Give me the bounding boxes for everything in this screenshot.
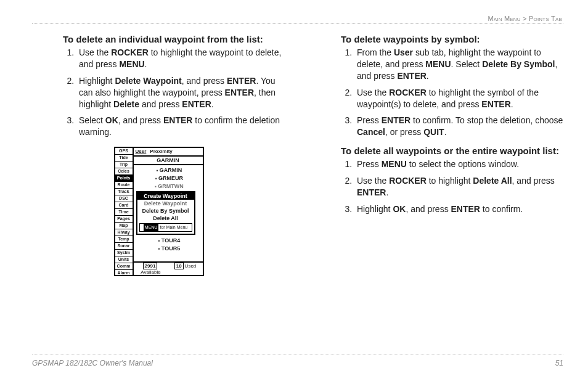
gps-sidebar-item: Systm [115, 250, 133, 256]
gps-sidebar-item: GPS [115, 148, 133, 155]
gps-sidebar-item: Card [115, 202, 133, 209]
breadcrumb: Main Menu > Points Tab [32, 15, 562, 22]
page-number: 51 [555, 359, 563, 367]
content-columns: To delete an individual waypoint from th… [32, 30, 563, 279]
gps-screenshot-graphic: GPSTideTripCelesPointsRouteTrackDSCCardT… [32, 147, 285, 279]
gps-sidebar-item: Tide [115, 155, 133, 162]
gps-sidebar-item: Hiway [115, 229, 133, 236]
gps-sidebar-item: Sonar [115, 243, 133, 250]
gps-sidebar-item: Track [115, 189, 133, 195]
popup-delete-by-symbol: Delete By Symbol [142, 208, 189, 214]
step: Press MENU to select the options window. [354, 158, 563, 170]
gps-waypoint-item: GRMTWN [136, 182, 203, 190]
gps-sidebar-item: Time [115, 209, 133, 216]
popup-delete-all: Delete All [153, 215, 178, 221]
gps-search-value: GARMIN [134, 157, 203, 165]
gps-tabs: User Proximity [134, 148, 203, 157]
breadcrumb-child: Points Tab [529, 15, 562, 22]
gps-sidebar-item: Alarm [115, 270, 133, 276]
section-heading-delete-individual: To delete an individual waypoint from th… [63, 34, 285, 44]
gps-status-bar: 2991Available 10Used [134, 261, 203, 275]
popup-create-waypoint: Create Waypoint [137, 192, 194, 200]
gps-sidebar-item: DSC [115, 195, 133, 202]
popup-delete-waypoint: Delete Waypoint [144, 200, 187, 207]
gps-tab-proximity: Proximity [148, 148, 174, 155]
section-heading-delete-by-symbol: To delete waypoints by symbol: [341, 34, 563, 44]
gps-sidebar-item: Pages [115, 216, 133, 223]
breadcrumb-sep: > [523, 15, 527, 22]
step: Highlight Delete Waypoint, and press ENT… [76, 75, 285, 110]
gps-tab-user: User [134, 148, 149, 155]
gps-sidebar-item: Comm [115, 263, 133, 270]
step: Use the ROCKER to highlight the symbol o… [354, 87, 563, 110]
gps-waypoint-list-top: GARMINGRMEURGRMTWN [134, 165, 203, 190]
popup-hint: MENUfor Main Menu [139, 223, 192, 232]
step: Use the ROCKER to highlight the waypoint… [76, 47, 285, 70]
gps-screen: GPSTideTripCelesPointsRouteTrackDSCCardT… [114, 147, 204, 276]
gps-waypoint-item: TOUR4 [136, 237, 203, 245]
step: Highlight OK, and press ENTER to confirm… [354, 203, 563, 215]
header-divider [32, 23, 563, 24]
step: Select OK, and press ENTER to confirm th… [76, 115, 285, 138]
gps-waypoint-item: GARMIN [136, 166, 203, 174]
section-heading-delete-all: To delete all waypoints or the entire wa… [341, 145, 563, 156]
gps-sidebar-item: Route [115, 182, 133, 189]
gps-sidebar-item: Temp [115, 236, 133, 243]
gps-waypoint-item: GRMEUR [136, 174, 203, 182]
steps-delete-individual: Use the ROCKER to highlight the waypoint… [63, 47, 285, 138]
gps-sidebar-item: Trip [115, 162, 133, 168]
steps-delete-by-symbol: From the User sub tab, highlight the way… [341, 47, 563, 138]
gps-sidebar-item: Points [115, 175, 133, 182]
gps-waypoint-item: TOUR5 [136, 245, 203, 253]
step: From the User sub tab, highlight the way… [354, 47, 563, 82]
gps-sidebar-item: Celes [115, 168, 133, 175]
footer-title: GPSMAP 182/182C Owner's Manual [32, 359, 153, 367]
manual-page: Main Menu > Points Tab To delete an indi… [0, 0, 588, 381]
step: Press ENTER to confirm. To stop the dele… [354, 115, 563, 138]
gps-sidebar-item: Map [115, 223, 133, 229]
left-column: To delete an individual waypoint from th… [32, 30, 285, 279]
steps-delete-all: Press MENU to select the options window.… [341, 158, 563, 215]
gps-sidebar-item: Units [115, 256, 133, 263]
gps-sidebar: GPSTideTripCelesPointsRouteTrackDSCCardT… [115, 148, 134, 275]
gps-popup-menu: Create Waypoint Delete Waypoint Delete B… [136, 191, 195, 235]
breadcrumb-parent: Main Menu [488, 15, 520, 22]
page-footer: GPSMAP 182/182C Owner's Manual 51 [32, 354, 563, 367]
right-column: To delete waypoints by symbol: From the … [310, 30, 563, 279]
step: Use the ROCKER to highlight Delete All, … [354, 175, 563, 199]
